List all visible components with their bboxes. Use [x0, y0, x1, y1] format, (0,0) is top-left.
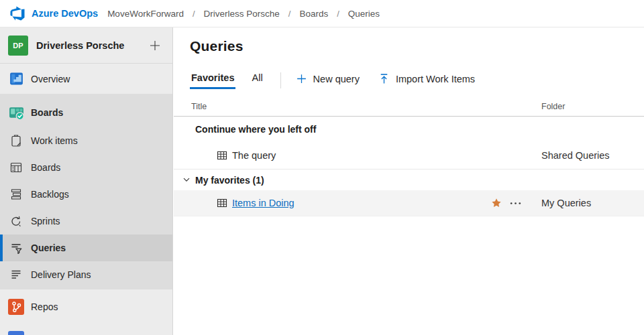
sidebar: DP Driverless Porsche Overview — [0, 27, 173, 335]
column-header-title: Title — [191, 102, 207, 111]
section-header-label: Continue where you left off — [195, 124, 316, 135]
table-header-row: Title Folder — [174, 97, 644, 117]
sidebar-item-label: Work items — [31, 135, 78, 146]
project-avatar[interactable]: DP — [8, 36, 28, 56]
section-my-favorites[interactable]: My favorites (1) — [174, 170, 644, 190]
query-title[interactable]: The query — [232, 150, 276, 161]
sidebar-item-label: Boards — [31, 107, 63, 118]
board-icon — [8, 159, 24, 176]
overview-icon — [8, 71, 24, 87]
tabbar-divider — [280, 72, 281, 88]
breadcrumb-organization[interactable]: MoveWorkForward — [107, 9, 184, 19]
sidebar-boards-group: Boards Work items Boards — [0, 94, 172, 289]
more-actions-icon[interactable] — [510, 198, 521, 208]
plus-icon — [296, 73, 307, 84]
sidebar-item-sprints[interactable]: Sprints — [0, 208, 172, 234]
pipelines-icon — [8, 331, 24, 335]
project-header: DP Driverless Porsche — [0, 27, 172, 64]
sidebar-item-label: Overview — [31, 74, 70, 84]
import-work-items-label: Import Work Items — [396, 74, 475, 84]
query-row-the-query[interactable]: The query Shared Queries — [174, 141, 644, 170]
query-folder: Shared Queries — [541, 150, 610, 161]
section-continue-where-you-left-off: Continue where you left off — [174, 117, 644, 141]
sidebar-item-label: Backlogs — [31, 189, 69, 200]
main-content: Queries Favorites All New query Import W… — [174, 27, 644, 335]
query-title-link[interactable]: Items in Doing — [232, 198, 294, 208]
project-name: Driverless Porsche — [36, 40, 148, 51]
sidebar-item-repos[interactable]: Repos — [0, 293, 172, 320]
sidebar-item-label: Repos — [31, 302, 58, 312]
sprints-icon — [8, 213, 24, 229]
query-row-items-in-doing[interactable]: Items in Doing My Queries — [174, 190, 644, 216]
column-header-folder: Folder — [541, 102, 565, 111]
sidebar-item-queries[interactable]: Queries — [0, 234, 172, 261]
section-header-label: My favorites (1) — [195, 175, 264, 186]
delivery-plans-icon — [8, 267, 24, 283]
sidebar-item-label: Delivery Plans — [31, 269, 91, 280]
breadcrumb-project[interactable]: Driverless Porsche — [204, 9, 280, 19]
sidebar-item-boards[interactable]: Boards — [0, 154, 172, 181]
tab-bar: Favorites All New query Import Work Item… — [190, 72, 494, 89]
query-folder: My Queries — [541, 198, 591, 208]
tab-all[interactable]: All — [250, 72, 264, 87]
query-grid-icon — [217, 198, 227, 208]
breadcrumb-separator: / — [193, 9, 195, 19]
top-bar: Azure DevOps MoveWorkForward / Driverles… — [0, 0, 644, 27]
breadcrumb-queries[interactable]: Queries — [348, 9, 380, 19]
sidebar-item-backlogs[interactable]: Backlogs — [0, 181, 172, 208]
sidebar-item-pipelines[interactable]: Pipelines — [0, 326, 172, 335]
new-query-label: New query — [313, 74, 360, 84]
import-work-items-button[interactable]: Import Work Items — [378, 72, 475, 84]
new-query-button[interactable]: New query — [296, 72, 360, 84]
chevron-down-icon[interactable] — [183, 178, 190, 182]
sidebar-item-label: Sprints — [31, 216, 60, 226]
breadcrumb: MoveWorkForward / Driverless Porsche / B… — [107, 9, 380, 19]
tab-favorites[interactable]: Favorites — [190, 72, 235, 89]
backlogs-icon — [8, 186, 24, 202]
page-title: Queries — [190, 38, 244, 54]
favorite-star-icon[interactable] — [491, 198, 502, 208]
repos-icon — [8, 299, 24, 315]
sidebar-item-overview[interactable]: Overview — [0, 64, 172, 94]
breadcrumb-separator: / — [337, 9, 339, 19]
sidebar-item-label: Boards — [31, 162, 60, 173]
import-upload-icon — [378, 73, 390, 84]
boards-hub-icon — [8, 105, 24, 121]
work-items-icon — [8, 133, 24, 149]
sidebar-item-delivery-plans[interactable]: Delivery Plans — [0, 261, 172, 288]
azure-devops-logo-icon[interactable] — [9, 5, 25, 21]
sidebar-item-label: Queries — [31, 243, 66, 253]
breadcrumb-separator: / — [288, 9, 291, 19]
add-project-icon[interactable] — [148, 39, 162, 52]
queries-icon — [8, 240, 24, 256]
queries-table: Title Folder Continue where you left off… — [174, 97, 644, 216]
breadcrumb-boards[interactable]: Boards — [299, 9, 328, 19]
sidebar-item-boards-hub[interactable]: Boards — [0, 98, 172, 127]
product-name[interactable]: Azure DevOps — [32, 8, 98, 19]
sidebar-item-work-items[interactable]: Work items — [0, 127, 172, 154]
query-grid-icon — [217, 150, 227, 161]
